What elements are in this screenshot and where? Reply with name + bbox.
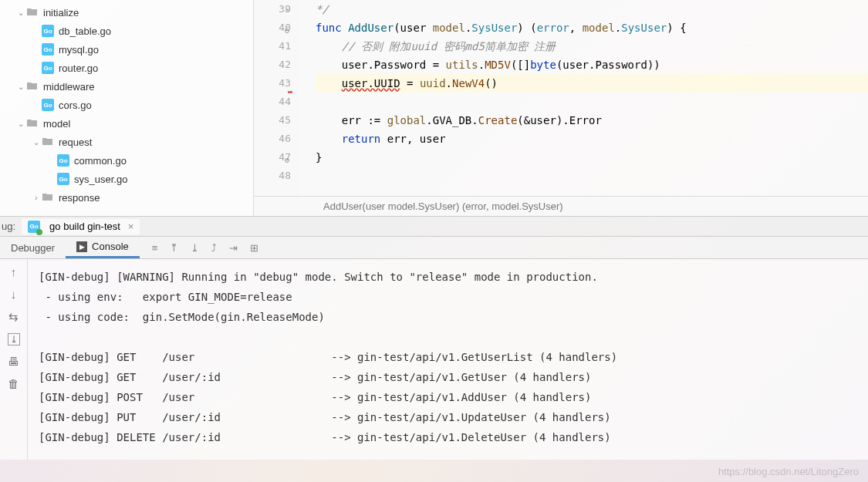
toolbar-icon[interactable]: ≡ — [152, 242, 158, 254]
run-config-tab[interactable]: Go go build gin-test × — [22, 219, 140, 234]
watermark: https://blog.csdn.net/LitongZero — [718, 466, 859, 477]
console-gutter-icon[interactable]: ↓ — [11, 288, 17, 301]
folder-icon — [42, 136, 54, 148]
toolbar-icon[interactable]: ⇥ — [229, 242, 238, 254]
tree-item-response[interactable]: ›response — [0, 188, 253, 207]
folder-icon — [26, 80, 39, 93]
tree-item-router-go[interactable]: Gorouter.go — [0, 59, 253, 77]
toolbar-icon[interactable]: ⤓ — [191, 242, 199, 254]
tab-console[interactable]: ▶ Console — [66, 237, 140, 258]
breadcrumb[interactable]: AddUser(user model.SysUser) (error, mode… — [254, 196, 868, 216]
tree-item-request[interactable]: ⌄request — [0, 133, 253, 151]
tree-item-db-table-go[interactable]: Godb_table.go — [0, 22, 253, 40]
tree-item-common-go[interactable]: Gocommon.go — [0, 151, 253, 170]
tree-item-cors-go[interactable]: Gocors.go — [0, 96, 253, 114]
toolbar-icon[interactable]: ⤒ — [170, 242, 178, 254]
close-icon[interactable]: × — [128, 221, 134, 232]
go-file-icon: Go — [57, 173, 69, 185]
console-gutter-icon[interactable]: 🗑 — [8, 377, 19, 390]
code-editor: 39⌃40⊖41424344454647⊖48 */func AddUser(u… — [254, 0, 868, 216]
console-gutter-icon[interactable]: ↑ — [11, 265, 17, 278]
go-file-icon: Go — [42, 99, 54, 111]
folder-icon — [42, 191, 54, 204]
run-config-name: go build gin-test — [49, 221, 120, 232]
go-icon: Go — [28, 221, 40, 233]
tab-debugger[interactable]: Debugger — [0, 237, 66, 258]
go-file-icon: Go — [42, 25, 54, 37]
file-tree: ⌄initializeGodb_table.goGomysql.goGorout… — [0, 0, 254, 216]
panel-tabs: Debugger ▶ Console ≡⤒⤓⤴⇥⊞ — [0, 236, 868, 259]
run-tab-bar: ug: Go go build gin-test × — [0, 216, 868, 236]
console-gutter-icon[interactable]: ⤓ — [8, 333, 20, 345]
toolbar-icon[interactable]: ⊞ — [250, 242, 258, 254]
tree-item-middleware[interactable]: ⌄middleware — [0, 77, 253, 96]
go-file-icon: Go — [57, 154, 69, 167]
console-gutter-icon[interactable]: 🖶 — [8, 355, 19, 368]
tree-item-model[interactable]: ⌄model — [0, 114, 253, 133]
run-label: ug: — [2, 221, 15, 232]
console-output[interactable]: [GIN-debug] [WARNING] Running in "debug"… — [28, 259, 868, 460]
tree-item-mysql-go[interactable]: Gomysql.go — [0, 40, 253, 59]
console-gutter-icon[interactable]: ⇆ — [8, 310, 19, 324]
folder-icon — [26, 117, 39, 130]
toolbar-icon[interactable]: ⤴ — [211, 242, 217, 254]
line-gutter: 39⌃40⊖41424344454647⊖48 — [254, 0, 300, 196]
breadcrumb-text: AddUser(user model.SysUser) (error, mode… — [323, 201, 563, 212]
console-icon: ▶ — [76, 241, 87, 252]
code-content[interactable]: */func AddUser(user model.SysUser) (erro… — [300, 0, 868, 196]
console-gutter: ↑↓⇆⤓🖶🗑 — [0, 259, 28, 460]
tree-item-sys-user-go[interactable]: Gosys_user.go — [0, 170, 253, 188]
panel-toolbar: ≡⤒⤓⤴⇥⊞ — [152, 242, 259, 254]
go-file-icon: Go — [42, 43, 54, 56]
tree-item-initialize[interactable]: ⌄initialize — [0, 3, 253, 22]
folder-icon — [26, 6, 39, 19]
go-file-icon: Go — [42, 62, 54, 74]
